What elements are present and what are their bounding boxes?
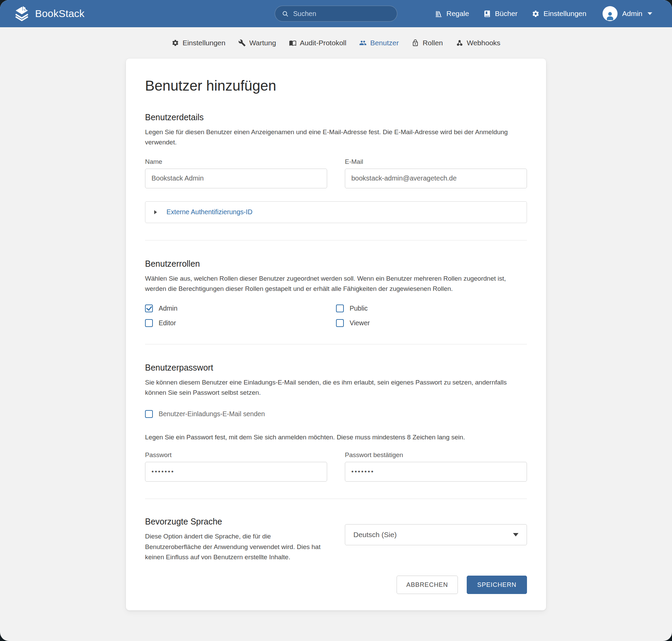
add-user-card: Benutzer hinzufügen Benutzerdetails Lege… [126, 58, 546, 610]
roles-heading: Benutzerrollen [145, 259, 527, 269]
role-label: Editor [159, 319, 176, 327]
page: BookStack Regale Bücher [0, 0, 672, 641]
user-name: Admin [622, 10, 642, 18]
save-button[interactable]: SPEICHERN [467, 576, 527, 594]
role-checkbox-admin[interactable]: Admin [145, 304, 336, 312]
name-label: Name [145, 158, 327, 165]
email-input[interactable] [345, 168, 527, 188]
tab-rollen[interactable]: Rollen [411, 39, 443, 47]
email-field-group: E-Mail [345, 158, 527, 188]
screen: BookStack Regale Bücher [0, 0, 672, 641]
confirm-password-field-group: Passwort bestätigen [345, 451, 527, 481]
user-menu[interactable]: Admin [603, 6, 652, 21]
divider [145, 499, 527, 499]
role-checkbox-viewer[interactable]: Viewer [336, 319, 527, 327]
role-checkbox-public[interactable]: Public [336, 304, 527, 312]
settings-tabs: Einstellungen Wartung Audit-Protokoll Be… [0, 27, 672, 56]
chevron-right-icon [154, 210, 157, 214]
roles-description: Wählen Sie aus, welchen Rollen dieser Be… [145, 273, 527, 294]
checkbox-icon[interactable] [145, 410, 153, 418]
invite-email-label: Benutzer-Einladungs-E-Mail senden [159, 410, 265, 418]
chevron-down-icon [513, 533, 518, 536]
tab-benutzer[interactable]: Benutzer [359, 39, 398, 47]
book-icon [484, 10, 491, 18]
set-password-hint: Legen Sie ein Passwort fest, mit dem Sie… [145, 434, 527, 441]
search-icon [282, 10, 289, 17]
nav-books[interactable]: Bücher [484, 10, 518, 18]
confirm-password-input[interactable] [345, 462, 527, 481]
language-description: Diese Option ändert die Sprache, die für… [145, 531, 327, 562]
password-label: Passwort [145, 451, 327, 459]
email-label: E-Mail [345, 158, 527, 165]
tab-wartung[interactable]: Wartung [238, 39, 276, 47]
form-actions: ABBRECHEN SPEICHERN [145, 576, 527, 594]
shelves-icon [435, 10, 443, 18]
role-label: Admin [159, 304, 177, 312]
page-title: Benutzer hinzufügen [145, 78, 527, 94]
name-field-group: Name [145, 158, 327, 188]
language-text-col: Bevorzugte Sprache Diese Option ändert d… [145, 517, 327, 562]
avatar [603, 6, 617, 21]
language-select-col: Deutsch (Sie) [345, 517, 527, 562]
webhook-icon [456, 39, 463, 47]
role-checkbox-editor[interactable]: Editor [145, 319, 336, 327]
tab-audit-protokoll[interactable]: Audit-Protokoll [289, 39, 347, 47]
language-select[interactable]: Deutsch (Sie) [345, 524, 527, 545]
user-avatar-icon [605, 10, 616, 21]
tab-label: Einstellungen [182, 39, 225, 47]
checkbox-icon[interactable] [336, 319, 344, 327]
name-input[interactable] [145, 168, 327, 188]
checkbox-icon[interactable] [145, 304, 153, 312]
password-heading: Benutzerpasswort [145, 363, 527, 373]
language-selected-value: Deutsch (Sie) [353, 531, 396, 539]
brand-name: BookStack [35, 8, 84, 19]
divider [145, 240, 527, 241]
roles-checkbox-grid: Admin Public Editor Viewer [145, 304, 527, 327]
gear-icon [171, 39, 179, 47]
wrench-icon [238, 39, 246, 47]
tab-label: Benutzer [370, 39, 398, 47]
tab-label: Rollen [422, 39, 443, 47]
bookstack-logo-icon [14, 5, 30, 22]
password-description: Sie können diesem Benutzer eine Einladun… [145, 377, 527, 398]
confirm-password-label: Passwort bestätigen [345, 451, 527, 459]
password-field-group: Passwort [145, 451, 327, 481]
audit-log-icon [289, 39, 296, 47]
tab-label: Wartung [249, 39, 276, 47]
nav-shelves-label: Regale [446, 10, 469, 18]
details-description: Legen Sie für diesen Benutzer einen Anze… [145, 127, 527, 148]
chevron-down-icon [647, 12, 652, 15]
invite-email-checkbox[interactable]: Benutzer-Einladungs-E-Mail senden [145, 410, 527, 418]
language-heading: Bevorzugte Sprache [145, 517, 327, 527]
bookstack-logo[interactable]: BookStack [14, 5, 84, 22]
tab-webhooks[interactable]: Webhooks [456, 39, 501, 47]
role-label: Viewer [350, 319, 370, 327]
details-heading: Benutzerdetails [145, 112, 527, 122]
lock-icon [411, 39, 419, 47]
nav-shelves[interactable]: Regale [435, 10, 469, 18]
nav-settings-label: Einstellungen [543, 10, 586, 18]
users-icon [359, 39, 367, 47]
external-auth-expander[interactable]: Externe Authentifizierungs-ID [145, 201, 527, 223]
cancel-button[interactable]: ABBRECHEN [396, 576, 458, 594]
search-bar[interactable] [275, 6, 397, 22]
nav-books-label: Bücher [495, 10, 518, 18]
role-label: Public [350, 304, 368, 312]
app-header: BookStack Regale Bücher [0, 0, 672, 27]
header-nav: Regale Bücher Einstellungen [435, 6, 652, 21]
checkbox-icon[interactable] [336, 304, 344, 312]
gear-icon [532, 10, 540, 18]
password-input[interactable] [145, 462, 327, 481]
nav-settings[interactable]: Einstellungen [532, 10, 586, 18]
tab-label: Audit-Protokoll [300, 39, 347, 47]
divider [145, 344, 527, 344]
checkbox-icon[interactable] [145, 319, 153, 327]
search-input[interactable] [293, 10, 390, 18]
language-section: Bevorzugte Sprache Diese Option ändert d… [145, 517, 527, 562]
tab-einstellungen[interactable]: Einstellungen [171, 39, 225, 47]
tab-label: Webhooks [467, 39, 501, 47]
external-auth-link: Externe Authentifizierungs-ID [167, 208, 253, 216]
